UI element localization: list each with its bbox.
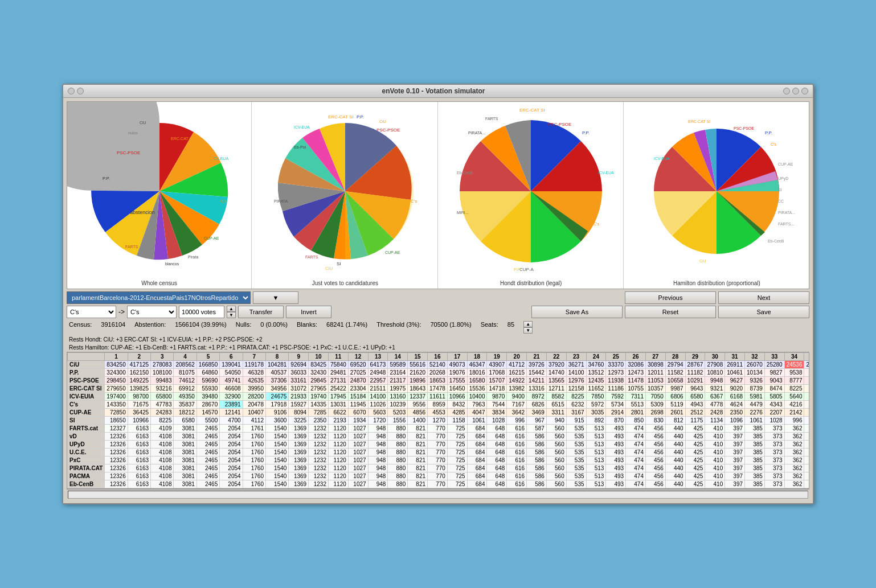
col-header-6: 6	[220, 353, 243, 361]
close-icon[interactable]	[783, 88, 790, 94]
party-name-cell: ICV-EUIA	[68, 393, 105, 401]
cell-3-30: 9020	[725, 385, 745, 393]
cell-15-11: 1027	[348, 480, 368, 488]
horizontal-scrollbar[interactable]	[68, 491, 808, 499]
save-button[interactable]: Save	[718, 306, 809, 318]
cell-1-2: 108100	[151, 369, 174, 377]
cell-10-3: 3081	[174, 441, 197, 449]
cell-14-14: 821	[408, 472, 428, 480]
cell-14-20: 586	[527, 472, 547, 480]
cell-13-34: 352	[804, 464, 809, 472]
table-row: UPyD123266163410830812465205417601540136…	[68, 441, 810, 449]
cell-5-16: 8432	[447, 401, 467, 409]
cell-8-30: 397	[725, 425, 745, 433]
cell-10-26: 456	[645, 441, 665, 449]
cell-14-27: 440	[665, 472, 685, 480]
pie-hamilton: PSC-PSOE ERC-CAT SI ICV-EUA C's CUP-AE U…	[627, 104, 807, 278]
cell-7-18: 1028	[487, 417, 507, 425]
cell-11-9: 1232	[309, 449, 329, 457]
cell-13-0: 12326	[105, 464, 128, 472]
svg-text:CiU: CiU	[140, 121, 146, 125]
restore-icon[interactable]	[792, 88, 799, 94]
chart-just-votes: PSC-PSOE ERC-CAT SI ICV-EUA C's CUP-AE S…	[253, 102, 437, 289]
dropdown-arrow-btn[interactable]: ▼	[253, 291, 298, 304]
seats-up-btn[interactable]: ▲	[523, 321, 533, 327]
votes-input[interactable]	[179, 306, 224, 318]
cell-1-1: 162150	[128, 369, 150, 377]
cell-10-16: 725	[447, 441, 467, 449]
next-button[interactable]: Next	[718, 291, 809, 304]
cell-10-14: 821	[408, 441, 428, 449]
cell-3-6: 39950	[243, 385, 265, 393]
votes-up-btn[interactable]: ▲	[227, 306, 236, 312]
reset-button[interactable]: Reset	[625, 306, 716, 318]
scenario-dropdown[interactable]: parlamentBarcelona-2012-EncuestaPais17NO…	[67, 291, 251, 304]
cell-13-24: 493	[606, 464, 626, 472]
cell-8-15: 770	[428, 425, 448, 433]
cell-3-26: 10357	[645, 385, 665, 393]
svg-text:Eb-CenB: Eb-CenB	[457, 171, 473, 175]
cell-7-6: 4112	[243, 417, 265, 425]
cell-2-34: 8527	[804, 377, 809, 385]
cell-1-13: 23164	[388, 369, 408, 377]
chart-label-2: Just votes to candidatures	[312, 280, 378, 286]
cell-14-0: 12326	[105, 472, 128, 480]
cell-13-19: 616	[507, 464, 527, 472]
cell-13-28: 425	[685, 464, 705, 472]
cell-12-11: 1027	[348, 457, 368, 464]
party-name-cell: FARTS.cat	[68, 425, 105, 433]
cell-2-2: 99483	[151, 377, 174, 385]
cell-7-13: 1556	[388, 417, 408, 425]
previous-button[interactable]: Previous	[625, 291, 716, 304]
cell-10-1: 6163	[128, 441, 150, 449]
cell-10-9: 1232	[309, 441, 329, 449]
invert-button[interactable]: Invert	[286, 306, 331, 318]
cell-6-31: 2276	[745, 409, 765, 417]
cell-12-3: 3081	[174, 457, 197, 464]
cell-3-22: 12158	[566, 385, 586, 393]
cell-11-32: 373	[764, 449, 784, 457]
cell-12-16: 725	[447, 457, 467, 464]
save-as-button[interactable]: Save As	[531, 306, 623, 318]
cell-12-18: 648	[487, 457, 507, 464]
party-name-cell: Eb-CenB	[68, 480, 105, 488]
cell-11-8: 1369	[289, 449, 309, 457]
cell-2-24: 11938	[606, 377, 626, 385]
cell-13-7: 1540	[265, 464, 288, 472]
transfer-button[interactable]: Transfer	[238, 306, 284, 318]
seats-down-btn[interactable]: ▼	[523, 327, 533, 334]
votes-down-btn[interactable]: ▼	[227, 312, 236, 318]
cell-0-18: 43907	[487, 361, 507, 369]
cell-9-20: 586	[527, 433, 547, 441]
cell-8-8: 1369	[289, 425, 309, 433]
maximize-icon[interactable]	[77, 88, 84, 94]
col-header-31: 31	[725, 353, 745, 361]
cell-13-18: 648	[487, 464, 507, 472]
cell-15-3: 3081	[174, 480, 197, 488]
cell-11-21: 560	[546, 449, 566, 457]
party-to-select[interactable]: CiUP.P.PSC-PSOEERC-CAT SIICV-EUIAC'sCUP-…	[127, 306, 177, 318]
cell-15-1: 6163	[128, 480, 150, 488]
cell-15-13: 880	[388, 480, 408, 488]
cell-10-31: 385	[745, 441, 765, 449]
svg-text:P.P.: P.P.	[514, 267, 521, 272]
cell-1-23: 13512	[586, 369, 606, 377]
minimize-right-icon[interactable]	[801, 88, 808, 94]
cell-5-1: 71675	[128, 401, 150, 409]
cell-6-2: 24283	[151, 409, 174, 417]
party-from-select[interactable]: CiUP.P.PSC-PSOEERC-CAT SIICV-EUIAC'sCUP-…	[67, 306, 116, 318]
svg-text:P.P.: P.P.	[357, 114, 364, 120]
svg-text:ICV-EUA: ICV-EUA	[654, 157, 670, 161]
cell-2-29: 9948	[705, 377, 725, 385]
cell-2-25: 11478	[626, 377, 646, 385]
cell-11-26: 456	[645, 449, 665, 457]
svg-text:P.P.: P.P.	[103, 176, 110, 181]
col-header-34: 34	[784, 353, 804, 361]
cell-7-0: 18650	[105, 417, 128, 425]
minimize-icon[interactable]	[68, 88, 75, 94]
cell-14-30: 397	[725, 472, 745, 480]
cell-10-27: 440	[665, 441, 685, 449]
svg-text:abstencion: abstencion	[130, 209, 155, 215]
cell-12-1: 6163	[128, 457, 150, 464]
cell-9-13: 880	[388, 433, 408, 441]
